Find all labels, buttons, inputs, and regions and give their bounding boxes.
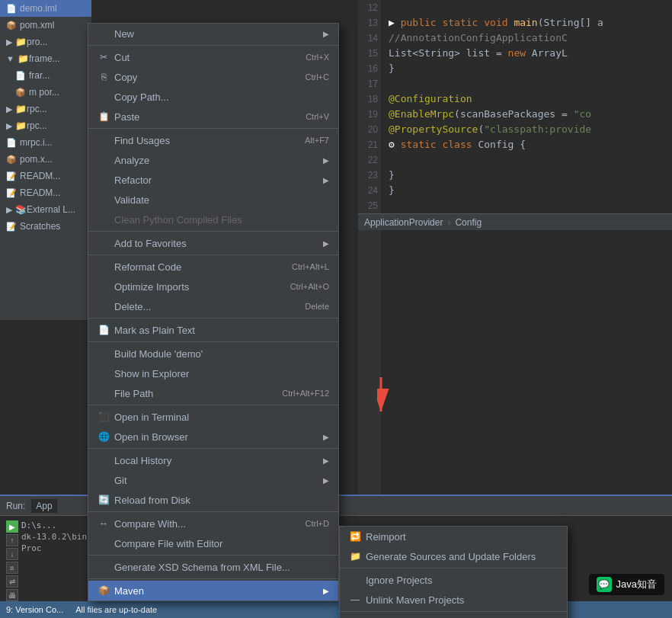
menu-sep-6 <box>88 341 338 342</box>
maven-submenu: 🔁Reimport 📁Generate Sources and Update F… <box>339 526 568 618</box>
menu-sep-8 <box>88 448 338 449</box>
menu-file-path[interactable]: File Path Ctrl+Alt+F12 <box>88 383 338 403</box>
menu-validate[interactable]: Validate <box>88 190 338 210</box>
run-stop-button[interactable]: 🖶 <box>6 589 18 601</box>
tree-item-scratches[interactable]: 📝Scratches <box>0 218 91 235</box>
run-up-button[interactable]: ↑ <box>6 534 18 546</box>
menu-analyze[interactable]: Analyze ▶ <box>88 150 338 170</box>
menu-refactor[interactable]: Refactor ▶ <box>88 170 338 190</box>
menu-add-favorites[interactable]: Add to Favorites ▶ <box>88 233 338 253</box>
menu-new[interactable]: New ▶ <box>88 24 338 43</box>
run-list-button[interactable]: ≡ <box>6 562 18 574</box>
menu-compare-with[interactable]: ↔Compare With... Ctrl+D <box>88 514 338 533</box>
tree-item-pomx[interactable]: 📦pom.x... <box>0 151 91 168</box>
menu-find-usages[interactable]: Find Usages Alt+F7 <box>88 130 338 150</box>
maven-sep-2 <box>340 611 567 612</box>
tree-item-pro[interactable]: ▶📁pro... <box>0 34 91 50</box>
menu-clean-python: Clean Python Compiled Files <box>88 210 338 229</box>
maven-reimport[interactable]: 🔁Reimport <box>340 527 567 546</box>
tree-item-mrpc[interactable]: 📄mrpc.i... <box>0 134 91 151</box>
menu-reload-disk[interactable]: 🔄Reload from Disk <box>88 490 338 510</box>
menu-sep-9 <box>88 511 338 512</box>
tree-item-pom-xml[interactable]: 📦pom.xml <box>0 17 91 34</box>
menu-generate-xsd[interactable]: Generate XSD Schema from XML File... <box>88 557 338 577</box>
menu-show-explorer[interactable]: Show in Explorer <box>88 363 338 383</box>
run-label: Run: <box>6 501 25 511</box>
app-tab[interactable]: App <box>31 499 56 513</box>
menu-sep-10 <box>88 555 338 556</box>
menu-sep-7 <box>88 405 338 405</box>
maven-generate-sources[interactable]: 📁Generate Sources and Update Folders <box>340 546 567 566</box>
breadcrumb-item2: Config <box>455 217 482 228</box>
menu-optimize[interactable]: Optimize Imports Ctrl+Alt+O <box>88 277 338 296</box>
tree-item-external[interactable]: ▶📚External L... <box>0 201 91 218</box>
run-wrap-button[interactable]: ⇌ <box>6 575 18 588</box>
menu-mark-plain[interactable]: 📄Mark as Plain Text <box>88 320 338 340</box>
menu-open-terminal[interactable]: ⬛Open in Terminal <box>88 407 338 427</box>
menu-cut[interactable]: ✂Cut Ctrl+X <box>88 47 338 67</box>
breadcrumb: ApplicationProvider › Config <box>358 213 672 230</box>
menu-sep-5 <box>88 318 338 319</box>
menu-maven[interactable]: 📦Maven ▶ <box>88 581 338 600</box>
context-menu: New ▶ ✂Cut Ctrl+X ⎘Copy Ctrl+C Copy Path… <box>88 23 339 601</box>
tree-item-pom[interactable]: 📦m por... <box>0 84 91 101</box>
run-play-button[interactable]: ▶ <box>6 520 18 533</box>
status-text: All files are up-to-date <box>75 605 157 614</box>
menu-build-module[interactable]: Build Module 'demo' <box>88 344 338 363</box>
maven-ignore-projects[interactable]: Ignore Projects <box>340 570 567 590</box>
code-content: ▶ public static void main(String[] a //A… <box>382 0 672 213</box>
maven-open-settings3[interactable]: Open 'settings3.xml' <box>340 613 567 618</box>
watermark-icon: 💬 <box>597 577 612 592</box>
menu-sep-11 <box>88 578 338 579</box>
menu-copy[interactable]: ⎘Copy Ctrl+C <box>88 67 338 87</box>
menu-compare-file[interactable]: Compare File with Editor <box>88 533 338 553</box>
menu-paste[interactable]: 📋Paste Ctrl+V <box>88 107 338 126</box>
menu-sep-2 <box>88 128 338 129</box>
menu-sep-1 <box>88 45 338 46</box>
maven-sep-1 <box>340 568 567 568</box>
tree-item-frame[interactable]: ▼📁frame... <box>0 50 91 67</box>
tree-item-readme1[interactable]: 📝READM... <box>0 168 91 184</box>
tree-item-rpc1[interactable]: ▶📁rpc... <box>0 101 91 117</box>
tree-item-frar[interactable]: 📄frar... <box>0 67 91 84</box>
menu-open-browser[interactable]: 🌐Open in Browser ▶ <box>88 427 338 447</box>
watermark: 💬 Java知音 <box>589 574 664 595</box>
menu-sep-3 <box>88 231 338 232</box>
tree-item-readme2[interactable]: 📝READM... <box>0 184 91 201</box>
menu-git[interactable]: Git ▶ <box>88 470 338 490</box>
code-panel: 12 13 14 15 16 17 18 19 20 21 22 23 24 2… <box>358 0 672 572</box>
watermark-text: Java知音 <box>616 578 657 591</box>
status-bar: 9: Version Co... All files are up-to-dat… <box>0 601 672 618</box>
menu-reformat[interactable]: Reformat Code Ctrl+Alt+L <box>88 257 338 277</box>
project-tree: 📄demo.iml 📦pom.xml ▶📁pro... ▼📁frame... 📄… <box>0 0 91 320</box>
run-down-button[interactable]: ↓ <box>6 548 18 560</box>
line-numbers: 12 13 14 15 16 17 18 19 20 21 22 23 24 2… <box>358 0 381 572</box>
tree-item-rpc2[interactable]: ▶📁rpc... <box>0 117 91 134</box>
version-text: 9: Version Co... <box>6 605 63 614</box>
breadcrumb-separator: › <box>447 217 450 228</box>
tree-item-demo-iml[interactable]: 📄demo.iml <box>0 0 91 17</box>
menu-copy-path[interactable]: Copy Path... <box>88 87 338 107</box>
breadcrumb-item1: ApplicationProvider <box>364 217 443 228</box>
menu-delete[interactable]: Delete... Delete <box>88 296 338 316</box>
menu-sep-4 <box>88 255 338 255</box>
menu-local-history[interactable]: Local History ▶ <box>88 450 338 470</box>
maven-unlink[interactable]: —Unlink Maven Projects <box>340 590 567 610</box>
